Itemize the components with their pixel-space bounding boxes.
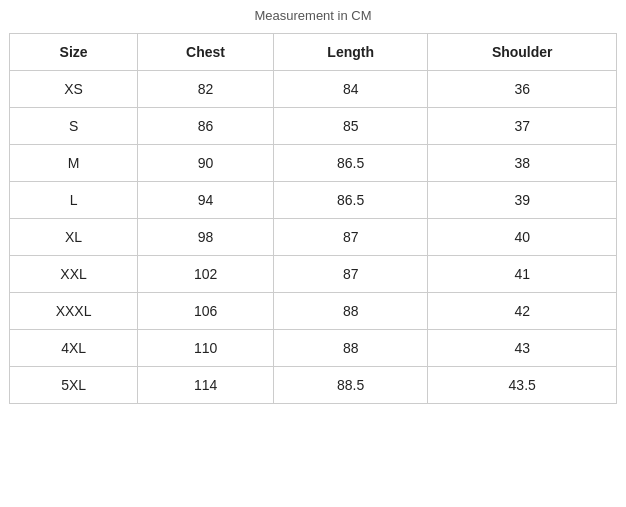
table-cell-r0-c2: 84 <box>273 71 428 108</box>
table-cell-r1-c1: 86 <box>138 108 274 145</box>
table-cell-r1-c0: S <box>10 108 138 145</box>
size-chart-table: SizeChestLengthShoulder XS828436S868537M… <box>9 33 617 404</box>
table-cell-r7-c2: 88 <box>273 330 428 367</box>
size-chart-table-container: SizeChestLengthShoulder XS828436S868537M… <box>9 33 617 404</box>
table-cell-r0-c1: 82 <box>138 71 274 108</box>
table-row: 4XL1108843 <box>10 330 617 367</box>
table-cell-r8-c0: 5XL <box>10 367 138 404</box>
table-header: SizeChestLengthShoulder <box>10 34 617 71</box>
table-row: L9486.539 <box>10 182 617 219</box>
table-cell-r3-c0: L <box>10 182 138 219</box>
table-cell-r6-c0: XXXL <box>10 293 138 330</box>
header-row: SizeChestLengthShoulder <box>10 34 617 71</box>
table-cell-r2-c1: 90 <box>138 145 274 182</box>
table-cell-r8-c3: 43.5 <box>428 367 617 404</box>
table-cell-r1-c3: 37 <box>428 108 617 145</box>
table-cell-r8-c1: 114 <box>138 367 274 404</box>
table-cell-r4-c2: 87 <box>273 219 428 256</box>
table-body: XS828436S868537M9086.538L9486.539XL98874… <box>10 71 617 404</box>
table-cell-r7-c3: 43 <box>428 330 617 367</box>
table-cell-r5-c1: 102 <box>138 256 274 293</box>
table-cell-r6-c3: 42 <box>428 293 617 330</box>
table-cell-r8-c2: 88.5 <box>273 367 428 404</box>
table-cell-r3-c3: 39 <box>428 182 617 219</box>
table-cell-r4-c1: 98 <box>138 219 274 256</box>
column-header-shoulder: Shoulder <box>428 34 617 71</box>
table-row: XXL1028741 <box>10 256 617 293</box>
column-header-length: Length <box>273 34 428 71</box>
table-cell-r5-c2: 87 <box>273 256 428 293</box>
table-row: XXXL1068842 <box>10 293 617 330</box>
table-row: XL988740 <box>10 219 617 256</box>
table-cell-r0-c0: XS <box>10 71 138 108</box>
table-row: S868537 <box>10 108 617 145</box>
table-cell-r2-c2: 86.5 <box>273 145 428 182</box>
table-cell-r5-c0: XXL <box>10 256 138 293</box>
table-cell-r6-c2: 88 <box>273 293 428 330</box>
column-header-chest: Chest <box>138 34 274 71</box>
table-cell-r0-c3: 36 <box>428 71 617 108</box>
table-cell-r2-c3: 38 <box>428 145 617 182</box>
table-row: XS828436 <box>10 71 617 108</box>
column-header-size: Size <box>10 34 138 71</box>
table-row: 5XL11488.543.5 <box>10 367 617 404</box>
table-cell-r4-c0: XL <box>10 219 138 256</box>
table-cell-r3-c2: 86.5 <box>273 182 428 219</box>
table-cell-r1-c2: 85 <box>273 108 428 145</box>
table-cell-r7-c0: 4XL <box>10 330 138 367</box>
table-cell-r3-c1: 94 <box>138 182 274 219</box>
page-title: Measurement in CM <box>254 8 371 23</box>
table-cell-r5-c3: 41 <box>428 256 617 293</box>
table-cell-r7-c1: 110 <box>138 330 274 367</box>
table-cell-r2-c0: M <box>10 145 138 182</box>
table-row: M9086.538 <box>10 145 617 182</box>
table-cell-r4-c3: 40 <box>428 219 617 256</box>
table-cell-r6-c1: 106 <box>138 293 274 330</box>
